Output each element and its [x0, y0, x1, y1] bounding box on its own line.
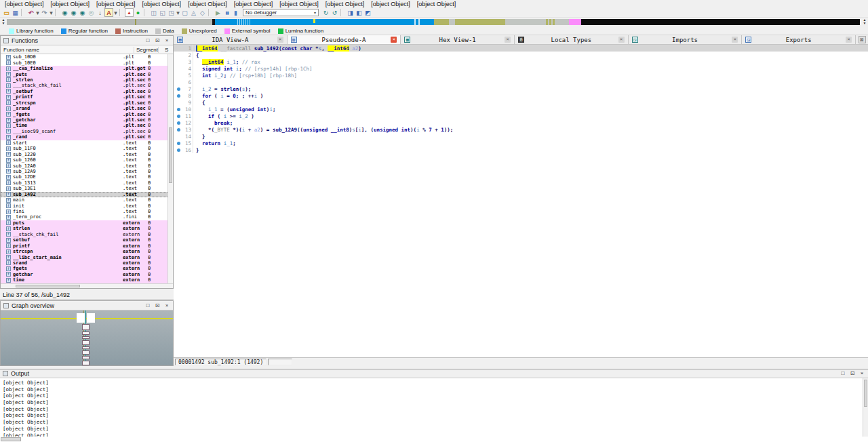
stop-debugger-icon[interactable]: ▮ [231, 8, 240, 17]
function-row[interactable]: f sub_11F0 .text 0 [1, 146, 173, 151]
text-search-icon[interactable]: A [104, 8, 113, 17]
function-row[interactable]: f sub_1492 .text 0 [1, 192, 173, 197]
pause-debugger-icon[interactable]: ▮▮ [222, 8, 231, 17]
navband-segment[interactable] [236, 19, 251, 25]
save-icon[interactable]: ▦ [11, 8, 20, 17]
function-row[interactable]: f init .text 0 [1, 203, 173, 208]
function-row[interactable]: f fgets extern 0 [1, 266, 173, 271]
column-start[interactable]: S [159, 47, 173, 53]
view-tab[interactable]: ▤ IDA View-A × [174, 35, 288, 44]
function-row[interactable]: f strcspn extern 0 [1, 249, 173, 254]
function-row[interactable]: f sub_1220 .text 0 [1, 151, 173, 157]
window-list-icon[interactable]: ◨ [346, 8, 355, 17]
function-row[interactable]: f strlen extern 0 [1, 226, 173, 231]
functions-panel-header[interactable]: Functions □ ⊡ × [1, 36, 173, 45]
function-row[interactable]: f start .text 0 [1, 140, 173, 146]
function-row[interactable]: f sub_12DE .text 0 [1, 174, 173, 180]
window-close-icon[interactable]: ◩ [363, 8, 372, 17]
menu-item[interactable]: [object Object] [368, 1, 414, 8]
graph-overview-canvas[interactable] [1, 310, 173, 365]
toolbar-icon[interactable] [340, 9, 344, 16]
view-tab[interactable]: ◲ Exports × [742, 35, 856, 44]
tab-close-icon[interactable]: × [505, 37, 511, 43]
jump-disabled-icon[interactable]: ◎ [87, 8, 96, 17]
functions-column-headers[interactable]: Function name Segment S [1, 45, 173, 54]
function-row[interactable]: f sub_13E1 .text 0 [1, 186, 173, 191]
menu-item[interactable]: [object Object] [139, 1, 185, 8]
output-command-box[interactable] [1, 437, 21, 441]
function-row[interactable]: f _time .plt.sec 0 [1, 123, 173, 128]
function-row[interactable]: f sub_1313 .text 0 [1, 180, 173, 186]
output-log[interactable]: [object Object][object Object][object Ob… [0, 378, 863, 437]
function-row[interactable]: f fini .text 0 [1, 209, 173, 214]
open-file-icon[interactable]: ▭ [2, 8, 11, 17]
debug-options-icon[interactable]: ◇ [198, 8, 207, 17]
menu-item[interactable]: [object Object] [276, 1, 322, 8]
navband-segment[interactable] [546, 19, 556, 25]
function-row[interactable]: f sub_12A0 .text 0 [1, 163, 173, 168]
debugger-setup-icon[interactable]: ↺ [330, 8, 339, 17]
toolbar-icon[interactable] [208, 9, 212, 16]
maximize-button[interactable]: □ [144, 37, 151, 44]
navband-segment[interactable] [505, 19, 546, 25]
navband-segment[interactable] [434, 19, 505, 25]
navband-segment[interactable] [135, 19, 136, 25]
function-row[interactable]: f __libc_start_main extern 0 [1, 254, 173, 260]
jump-address-icon[interactable]: ↓ [96, 8, 104, 17]
toolbar-icon[interactable] [119, 9, 123, 16]
back-icon[interactable]: ↶ [26, 8, 35, 17]
navband-segment[interactable] [313, 19, 315, 23]
menu-item[interactable]: [object Object] [322, 1, 368, 8]
tab-close-icon[interactable]: × [732, 37, 738, 43]
tab-close-icon[interactable]: × [391, 37, 397, 43]
function-row[interactable]: f sub_12A9 .text 0 [1, 169, 173, 174]
function-row[interactable]: f _rand .plt.sec 0 [1, 134, 173, 140]
debug-functions-icon[interactable]: ◳ [167, 8, 176, 17]
float-button[interactable]: ⊡ [154, 302, 161, 309]
function-row[interactable]: f _strlen .plt.sec 0 [1, 77, 173, 83]
navband-segment[interactable] [569, 19, 581, 25]
scrollbar-thumb[interactable] [16, 285, 80, 287]
function-row[interactable]: f ___stack_chk_fail .plt.sec 0 [1, 83, 173, 88]
float-button[interactable]: ⊡ [849, 370, 856, 377]
graph-viewport[interactable] [77, 313, 85, 323]
debug-menu-icon[interactable]: ▾ [176, 8, 180, 17]
tab-close-icon[interactable]: × [618, 37, 625, 43]
output-header[interactable]: Output □ ⊡ × [0, 369, 868, 378]
debug-names-icon[interactable]: ◱ [158, 8, 167, 17]
lumina-icon[interactable]: ● [134, 8, 142, 17]
toolbar-icon[interactable] [55, 9, 58, 16]
menu-item[interactable]: [object Object] [93, 1, 139, 8]
text-search-menu-icon[interactable]: ▾ [113, 8, 118, 17]
window-add-icon[interactable]: ◧ [355, 8, 363, 17]
scrollbar-thumb[interactable] [169, 127, 172, 183]
column-function-name[interactable]: Function name [1, 47, 134, 53]
forward-menu-icon[interactable]: ▾ [49, 8, 54, 17]
functions-vertical-scrollbar[interactable] [167, 54, 173, 283]
menu-item[interactable]: [object Object] [1, 1, 47, 8]
debugger-select[interactable]: No debugger ▾ [243, 9, 319, 16]
function-row[interactable]: f setbuf extern 0 [1, 237, 173, 243]
view-tab[interactable]: ▥ Pseudocode-A × [288, 35, 401, 44]
maximize-button[interactable]: □ [144, 302, 151, 309]
view-tab[interactable]: ◳ Imports × [629, 35, 743, 44]
debug-hints-icon[interactable]: ◬ [189, 8, 198, 17]
menu-item[interactable]: [object Object] [414, 1, 460, 8]
view-tab[interactable]: 0 Local Types × [515, 35, 629, 44]
navband-segment[interactable] [449, 19, 455, 25]
functions-horizontal-scrollbar[interactable] [1, 283, 173, 288]
function-row[interactable]: f ___isoc99_scanf .plt.sec 0 [1, 129, 173, 134]
menu-item[interactable]: [object Object] [184, 1, 231, 8]
view-tab[interactable]: ▦ Hex View-1 × [401, 35, 515, 44]
toolbar-icon[interactable] [144, 9, 147, 16]
function-row[interactable]: f time extern 0 [1, 277, 173, 283]
navband-left-arrows[interactable]: ▲▼ [1, 18, 6, 25]
function-row[interactable]: f main .text 0 [1, 197, 173, 203]
function-row[interactable]: f _strcspn .plt.sec 0 [1, 100, 173, 106]
function-row[interactable]: f sub_10E0 .plt 0 [1, 60, 173, 65]
debug-window-icon[interactable]: ▢ [180, 8, 189, 17]
debugger-server-icon[interactable]: ↻ [321, 8, 330, 17]
tab-close-icon[interactable]: × [846, 37, 852, 43]
function-row[interactable]: f printf extern 0 [1, 243, 173, 248]
navband-segment[interactable] [7, 19, 212, 25]
